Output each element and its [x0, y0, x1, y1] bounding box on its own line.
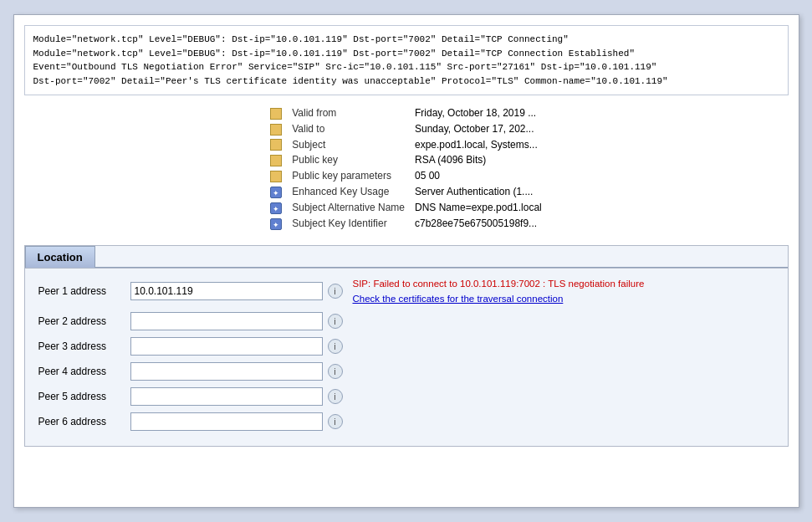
peer-1-info-button[interactable]: i [328, 284, 343, 299]
cert-square-icon [270, 171, 282, 182]
peer-label: Peer 2 address [38, 315, 130, 327]
cert-label: Valid from [287, 105, 410, 121]
location-tab[interactable]: Location [25, 246, 95, 268]
peer-label: Peer 6 address [38, 416, 130, 427]
cert-value: RSA (4096 Bits) [410, 152, 547, 168]
cert-label: Public key parameters [287, 168, 410, 184]
cert-value: expe.pod1.local, Systems... [410, 137, 547, 153]
peer-3-input[interactable] [130, 337, 323, 356]
cert-row: ✦Subject Key Identifierc7b28ee75e6750051… [265, 216, 547, 232]
cert-row: ✦Enhanced Key UsageServer Authentication… [265, 184, 547, 200]
peer-label: Peer 1 address [38, 285, 130, 297]
cert-row: Public key parameters05 00 [265, 168, 547, 184]
cert-badge-icon: ✦ [270, 187, 282, 198]
cert-row: ✦Subject Alternative NameDNS Name=expe.p… [265, 200, 547, 216]
peer-4-info-button[interactable]: i [328, 364, 343, 379]
cert-label: Subject [287, 137, 410, 153]
cert-label: Valid to [287, 121, 410, 137]
peer-label: Peer 5 address [38, 391, 130, 402]
peer-row: Peer 6 addressi [38, 412, 774, 431]
location-section: Location Peer 1 addressiSIP: Failed to c… [24, 245, 789, 447]
peer-row: Peer 4 addressi [38, 362, 774, 381]
cert-table: Valid fromFriday, October 18, 2019 ...Va… [265, 105, 547, 232]
log-line-3: Event="Outbound TLS Negotiation Error" S… [33, 60, 779, 74]
cert-value: Sunday, October 17, 202... [410, 121, 547, 137]
peer-6-input[interactable] [130, 412, 323, 431]
cert-square-icon [270, 155, 282, 166]
cert-value: 05 00 [410, 168, 547, 184]
cert-value: c7b28ee75e675005198f9... [410, 216, 547, 232]
error-link[interactable]: Check the certificates for the traversal… [353, 292, 645, 305]
peer-row: Peer 1 addressiSIP: Failed to connect to… [38, 277, 774, 305]
cert-value: Friday, October 18, 2019 ... [410, 105, 547, 121]
cert-row: Valid fromFriday, October 18, 2019 ... [265, 105, 547, 121]
peer-4-input[interactable] [130, 362, 323, 381]
peer-1-input[interactable] [130, 282, 323, 300]
log-line-2: Module="network.tcp" Level="DEBUG": Dst-… [33, 47, 779, 61]
cert-label: Public key [287, 152, 410, 168]
cert-square-icon [270, 108, 282, 120]
cert-row: Valid toSunday, October 17, 202... [265, 121, 547, 137]
peer-3-info-button[interactable]: i [328, 339, 343, 354]
location-header-bar: Location [25, 246, 788, 269]
cert-badge-icon: ✦ [270, 202, 282, 214]
cert-row: Subjectexpe.pod1.local, Systems... [265, 137, 547, 153]
peer-row: Peer 3 addressi [38, 337, 774, 356]
main-container: Module="network.tcp" Level="DEBUG": Dst-… [13, 14, 799, 508]
error-text: SIP: Failed to connect to 10.0.101.119:7… [353, 279, 645, 289]
log-line-4: Dst-port="7002" Detail="Peer's TLS certi… [33, 74, 779, 89]
peer-6-info-button[interactable]: i [328, 414, 343, 429]
cert-label: Enhanced Key Usage [287, 184, 410, 200]
header-spacer [95, 246, 788, 268]
peer-5-info-button[interactable]: i [328, 389, 343, 404]
peer-5-input[interactable] [130, 387, 323, 406]
peer-row: Peer 2 addressi [38, 312, 774, 330]
peer-2-input[interactable] [130, 312, 323, 330]
cert-square-icon [270, 139, 282, 151]
log-section: Module="network.tcp" Level="DEBUG": Dst-… [24, 25, 789, 95]
cert-square-icon [270, 124, 282, 136]
cert-value: Server Authentication (1.... [410, 184, 547, 200]
cert-value: DNS Name=expe.pod1.local [410, 200, 547, 216]
log-line-1: Module="network.tcp" Level="DEBUG": Dst-… [33, 33, 779, 47]
peer-label: Peer 3 address [38, 340, 130, 352]
cert-label: Subject Key Identifier [287, 216, 410, 232]
peer-2-info-button[interactable]: i [328, 314, 343, 329]
peer-row: Peer 5 addressi [38, 387, 774, 406]
cert-row: Public keyRSA (4096 Bits) [265, 152, 547, 168]
cert-badge-icon: ✦ [270, 218, 282, 230]
peer-error-message: SIP: Failed to connect to 10.0.101.119:7… [353, 277, 645, 305]
cert-label: Subject Alternative Name [287, 200, 410, 216]
peer-form: Peer 1 addressiSIP: Failed to connect to… [25, 269, 788, 446]
peer-label: Peer 4 address [38, 366, 130, 377]
